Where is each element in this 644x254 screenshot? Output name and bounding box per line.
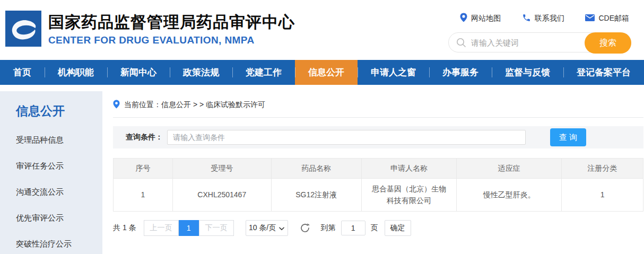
magnifier-icon bbox=[456, 38, 466, 48]
goto-page-unit: 页 bbox=[371, 223, 378, 233]
goto-page-input[interactable] bbox=[341, 221, 365, 235]
cde-logo[interactable] bbox=[5, 11, 41, 47]
next-page-button[interactable]: 下一页 bbox=[199, 220, 234, 236]
sidebar-item-breakthrough-therapy[interactable]: 突破性治疗公示 bbox=[16, 239, 102, 249]
refresh-icon[interactable] bbox=[300, 223, 310, 233]
site-header: 国家药品监督管理局药品审评中心 CENTER FOR DRUG EVALUATI… bbox=[0, 0, 644, 60]
main-nav: 首页 机构职能 新闻中心 政策法规 党建工作 信息公开 申请人之窗 办事服务 监… bbox=[0, 60, 644, 85]
cde-mail-label: CDE邮箱 bbox=[598, 14, 629, 23]
site-title: 国家药品监督管理局药品审评中心 bbox=[48, 12, 295, 32]
query-condition-input[interactable] bbox=[167, 130, 526, 145]
query-button[interactable]: 查 询 bbox=[550, 128, 586, 146]
cell-drug-name: SG12注射液 bbox=[271, 179, 361, 212]
col-header-acceptance-no: 受理号 bbox=[172, 159, 271, 179]
query-condition-label: 查询条件： bbox=[126, 133, 163, 142]
content: 信息公开 受理品种信息 审评任务公示 沟通交流公示 优先审评公示 突破性治疗公示… bbox=[0, 85, 644, 254]
nav-item-home[interactable]: 首页 bbox=[0, 60, 45, 85]
cde-swirl-logo-icon bbox=[5, 11, 41, 47]
col-header-drug-name: 药品名称 bbox=[271, 159, 361, 179]
sidebar: 信息公开 受理品种信息 审评任务公示 沟通交流公示 优先审评公示 突破性治疗公示 bbox=[0, 91, 102, 254]
col-header-indication: 适应症 bbox=[457, 159, 562, 179]
location-pin-icon bbox=[460, 13, 467, 24]
confirm-button[interactable]: 确定 bbox=[385, 220, 411, 236]
col-header-registration-class: 注册分类 bbox=[562, 159, 643, 179]
nav-item-registration-platform[interactable]: 登记备案平台 bbox=[563, 60, 644, 85]
pagination: 共 1 条 上一页 1 下一页 10 条/页 到第 页 确定 bbox=[113, 220, 643, 236]
cell-registration-class: 1 bbox=[562, 179, 643, 212]
cell-acceptance-no: CXHL2501467 bbox=[172, 179, 271, 212]
nav-item-news-center[interactable]: 新闻中心 bbox=[107, 60, 170, 85]
nav-item-org-functions[interactable]: 机构职能 bbox=[45, 60, 107, 85]
contact-us-link[interactable]: 联系我们 bbox=[522, 13, 564, 24]
site-subtitle: CENTER FOR DRUG EVALUATION, NMPA bbox=[48, 34, 295, 46]
cell-applicant: 思合基因（北京）生物科技有限公司 bbox=[361, 179, 457, 212]
sidebar-item-priority-review[interactable]: 优先审评公示 bbox=[16, 213, 102, 223]
pagination-total: 共 1 条 bbox=[113, 223, 136, 233]
current-page-button[interactable]: 1 bbox=[179, 220, 199, 236]
prev-page-button[interactable]: 上一页 bbox=[144, 220, 179, 236]
nav-item-party-building[interactable]: 党建工作 bbox=[232, 60, 295, 85]
results-table: 序号 受理号 药品名称 申请人名称 适应症 注册分类 1 CXHL2501467… bbox=[113, 158, 643, 212]
col-header-seq: 序号 bbox=[114, 159, 173, 179]
goto-page-label: 到第 bbox=[321, 223, 336, 233]
site-map-label: 网站地图 bbox=[471, 14, 501, 23]
nav-item-applicant-window[interactable]: 申请人之窗 bbox=[358, 60, 429, 85]
table-row: 1 CXHL2501467 SG12注射液 思合基因（北京）生物科技有限公司 慢… bbox=[114, 179, 643, 212]
nav-item-info-disclosure[interactable]: 信息公开 bbox=[295, 60, 358, 85]
nav-item-services[interactable]: 办事服务 bbox=[429, 60, 492, 85]
site-map-link[interactable]: 网站地图 bbox=[460, 13, 501, 24]
quick-links: 网站地图 联系我们 CDE邮箱 bbox=[460, 13, 629, 24]
page-size-value: 10 条/页 bbox=[249, 223, 276, 233]
sidebar-title: 信息公开 bbox=[16, 103, 102, 119]
col-header-applicant: 申请人名称 bbox=[361, 159, 457, 179]
brand: 国家药品监督管理局药品审评中心 CENTER FOR DRUG EVALUATI… bbox=[5, 11, 295, 47]
phone-icon bbox=[522, 13, 531, 24]
sidebar-item-accepted-varieties[interactable]: 受理品种信息 bbox=[16, 135, 102, 145]
search-button[interactable]: 搜索 bbox=[585, 32, 631, 54]
main-panel: 当前位置：信息公开 > > 临床试验默示许可 查询条件： 查 询 序号 受理号 … bbox=[102, 85, 644, 254]
nav-item-supervision-feedback[interactable]: 监督与反馈 bbox=[492, 60, 563, 85]
breadcrumb-text: 当前位置：信息公开 > > 临床试验默示许可 bbox=[124, 100, 265, 110]
envelope-icon bbox=[585, 14, 595, 23]
nav-item-policies[interactable]: 政策法规 bbox=[170, 60, 232, 85]
table-header-row: 序号 受理号 药品名称 申请人名称 适应症 注册分类 bbox=[114, 159, 643, 179]
chevron-down-icon bbox=[279, 224, 284, 232]
location-pin-icon bbox=[113, 100, 120, 110]
breadcrumb: 当前位置：信息公开 > > 临床试验默示许可 bbox=[113, 100, 643, 118]
brand-text: 国家药品监督管理局药品审评中心 CENTER FOR DRUG EVALUATI… bbox=[48, 11, 295, 46]
contact-us-label: 联系我们 bbox=[535, 14, 564, 23]
search-bar: 搜索 bbox=[448, 32, 631, 52]
query-panel: 查询条件： 查 询 bbox=[113, 126, 643, 148]
header-right: 网站地图 联系我们 CDE邮箱 搜索 bbox=[448, 13, 631, 52]
search-input[interactable] bbox=[471, 38, 583, 47]
cell-seq: 1 bbox=[114, 179, 173, 212]
page-size-select[interactable]: 10 条/页 bbox=[246, 220, 288, 236]
sidebar-item-communication[interactable]: 沟通交流公示 bbox=[16, 187, 102, 197]
sidebar-item-review-tasks[interactable]: 审评任务公示 bbox=[16, 161, 102, 171]
cell-indication: 慢性乙型肝炎。 bbox=[457, 179, 562, 212]
cde-mail-link[interactable]: CDE邮箱 bbox=[585, 13, 629, 24]
